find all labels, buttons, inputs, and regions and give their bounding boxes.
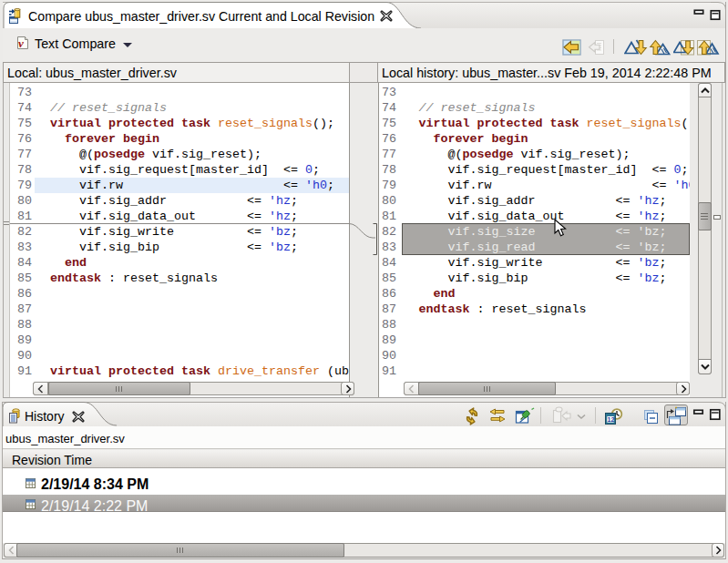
svg-text:12: 12 (608, 416, 615, 423)
svg-text:v: v (18, 36, 24, 50)
